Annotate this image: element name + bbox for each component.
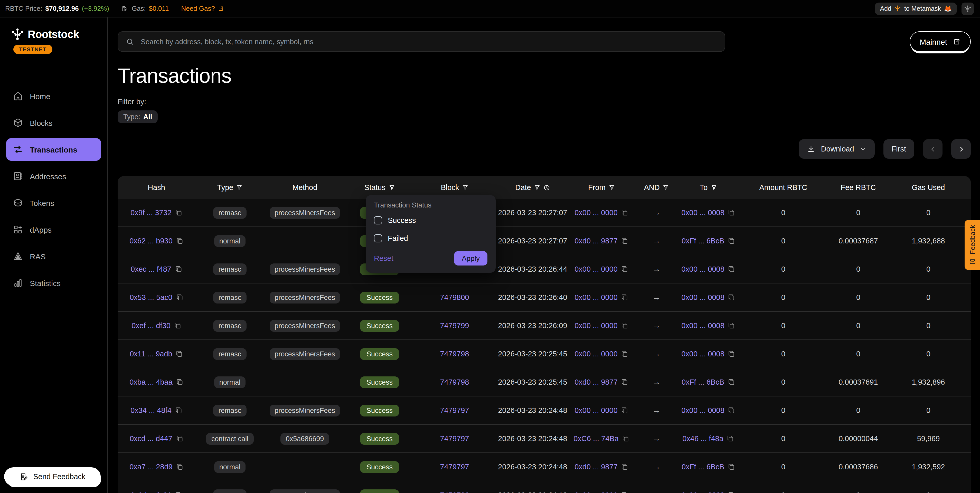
apply-button[interactable]: Apply bbox=[454, 251, 487, 266]
tx-hash-link[interactable]: 0xec ... f487 bbox=[131, 265, 171, 273]
copy-icon[interactable] bbox=[728, 491, 735, 493]
tx-hash-link[interactable]: 0x11 ... 9adb bbox=[130, 350, 172, 358]
sidebar-item-blocks[interactable]: Blocks bbox=[6, 111, 101, 134]
tx-hash-link[interactable]: 0x53 ... 5ac0 bbox=[130, 293, 172, 301]
block-link[interactable]: 7479798 bbox=[440, 378, 469, 386]
from-address-link[interactable]: 0x00 ... 0000 bbox=[574, 321, 618, 330]
tx-hash-link[interactable]: 0x34 ... 48f4 bbox=[130, 406, 172, 414]
filter-icon[interactable] bbox=[388, 184, 395, 191]
to-address-link[interactable]: 0x46 ... f48a bbox=[682, 434, 724, 443]
copy-icon[interactable] bbox=[621, 237, 628, 245]
search-input[interactable] bbox=[140, 37, 717, 46]
copy-icon[interactable] bbox=[175, 491, 182, 493]
copy-icon[interactable] bbox=[174, 322, 181, 329]
sidebar-item-dapps[interactable]: dApps bbox=[6, 218, 101, 241]
checkbox[interactable] bbox=[374, 216, 382, 224]
copy-icon[interactable] bbox=[728, 237, 735, 245]
copy-icon[interactable] bbox=[621, 350, 628, 358]
to-address-link[interactable]: 0xFf ... 6BcB bbox=[682, 237, 724, 245]
copy-icon[interactable] bbox=[621, 378, 628, 386]
to-address-link[interactable]: 0x00 ... 0008 bbox=[681, 321, 724, 330]
block-link[interactable]: 7479797 bbox=[440, 463, 469, 471]
to-address-link[interactable]: 0x00 ... 0008 bbox=[681, 406, 724, 414]
reset-button[interactable]: Reset bbox=[374, 254, 393, 262]
copy-icon[interactable] bbox=[728, 407, 735, 414]
copy-icon[interactable] bbox=[176, 378, 183, 386]
copy-icon[interactable] bbox=[175, 407, 182, 414]
block-link[interactable]: 7479799 bbox=[440, 321, 469, 330]
download-button[interactable]: Download bbox=[799, 139, 875, 159]
copy-icon[interactable] bbox=[176, 435, 183, 442]
to-address-link[interactable]: 0xFf ... 6BcB bbox=[682, 378, 724, 386]
tx-hash-link[interactable]: 0xba ... 4baa bbox=[129, 378, 173, 386]
copy-icon[interactable] bbox=[621, 209, 628, 216]
sidebar-item-statistics[interactable]: Statistics bbox=[6, 272, 101, 294]
need-gas-link[interactable]: Need Gas? bbox=[181, 5, 224, 12]
from-address-link[interactable]: 0x00 ... 0000 bbox=[574, 265, 618, 273]
sidebar-item-addresses[interactable]: Addresses bbox=[6, 165, 101, 188]
copy-icon[interactable] bbox=[175, 266, 182, 273]
tx-hash-link[interactable]: 0xcd ... d447 bbox=[130, 434, 172, 443]
copy-icon[interactable] bbox=[728, 209, 735, 216]
type-filter-chip[interactable]: Type: All bbox=[118, 110, 158, 123]
copy-icon[interactable] bbox=[176, 463, 183, 471]
filter-icon[interactable] bbox=[609, 184, 615, 191]
from-address-link[interactable]: 0xd0 ... 9877 bbox=[574, 237, 618, 245]
block-link[interactable]: 7479796 bbox=[440, 491, 469, 493]
clock-icon[interactable] bbox=[543, 184, 550, 191]
tx-hash-link[interactable]: 0xa7 ... 28d9 bbox=[129, 463, 173, 471]
copy-icon[interactable] bbox=[728, 294, 735, 301]
copy-icon[interactable] bbox=[622, 435, 630, 442]
to-address-link[interactable]: 0x00 ... 0008 bbox=[681, 293, 724, 301]
copy-icon[interactable] bbox=[621, 266, 628, 273]
copy-icon[interactable] bbox=[176, 237, 183, 245]
search-box[interactable] bbox=[118, 31, 725, 52]
to-address-link[interactable]: 0x00 ... 0008 bbox=[681, 208, 724, 217]
feedback-tab[interactable]: Feedback bbox=[964, 220, 980, 270]
block-link[interactable]: 7479798 bbox=[440, 350, 469, 358]
copy-icon[interactable] bbox=[175, 209, 182, 216]
from-address-link[interactable]: 0xd0 ... 9877 bbox=[574, 378, 618, 386]
tx-hash-link[interactable]: 0xef ... df30 bbox=[132, 321, 170, 330]
from-address-link[interactable]: 0x00 ... 0000 bbox=[574, 491, 618, 493]
copy-icon[interactable] bbox=[728, 266, 735, 273]
tx-hash-link[interactable]: 0x9f ... 3732 bbox=[130, 208, 172, 217]
from-address-link[interactable]: 0xd0 ... 9877 bbox=[574, 463, 618, 471]
tx-hash-link[interactable]: 0x0d ... fe91 bbox=[130, 491, 172, 493]
prev-page-button[interactable] bbox=[923, 139, 942, 159]
mainnet-button[interactable]: Mainnet bbox=[909, 31, 971, 52]
copy-icon[interactable] bbox=[727, 435, 734, 442]
brand[interactable]: Rootstock bbox=[0, 28, 107, 41]
filter-icon[interactable] bbox=[534, 184, 540, 191]
to-address-link[interactable]: 0x00 ... 0008 bbox=[681, 350, 724, 358]
tx-hash-link[interactable]: 0x62 ... b930 bbox=[129, 237, 173, 245]
checkbox[interactable] bbox=[374, 234, 382, 242]
copy-icon[interactable] bbox=[728, 378, 735, 386]
copy-icon[interactable] bbox=[621, 463, 628, 471]
copy-icon[interactable] bbox=[176, 350, 183, 358]
sidebar-item-tokens[interactable]: Tokens bbox=[6, 192, 101, 214]
copy-icon[interactable] bbox=[621, 491, 628, 493]
first-page-button[interactable]: First bbox=[883, 139, 914, 159]
filter-icon[interactable] bbox=[663, 184, 669, 191]
to-address-link[interactable]: 0xFf ... 6BcB bbox=[682, 463, 724, 471]
filter-icon[interactable] bbox=[236, 184, 242, 191]
copy-icon[interactable] bbox=[728, 350, 735, 358]
from-address-link[interactable]: 0x00 ... 0000 bbox=[574, 350, 618, 358]
from-address-link[interactable]: 0x00 ... 0000 bbox=[574, 406, 618, 414]
from-address-link[interactable]: 0x00 ... 0000 bbox=[574, 208, 618, 217]
copy-icon[interactable] bbox=[621, 322, 628, 329]
block-link[interactable]: 7479797 bbox=[440, 406, 469, 414]
sidebar-item-transactions[interactable]: Transactions bbox=[6, 138, 101, 161]
status-option-failed[interactable]: Failed bbox=[374, 232, 487, 245]
to-address-link[interactable]: 0x00 ... 0008 bbox=[681, 491, 724, 493]
copy-icon[interactable] bbox=[621, 294, 628, 301]
next-page-button[interactable] bbox=[951, 139, 971, 159]
sidebar-item-home[interactable]: Home bbox=[6, 85, 101, 107]
add-to-metamask-button[interactable]: Add to Metamask 🦊 bbox=[875, 2, 957, 14]
filter-icon[interactable] bbox=[711, 184, 717, 191]
filter-icon[interactable] bbox=[462, 184, 468, 191]
from-address-link[interactable]: 0xC6 ... 74Ba bbox=[573, 434, 619, 443]
block-link[interactable]: 7479797 bbox=[440, 434, 469, 443]
copy-icon[interactable] bbox=[728, 463, 735, 471]
